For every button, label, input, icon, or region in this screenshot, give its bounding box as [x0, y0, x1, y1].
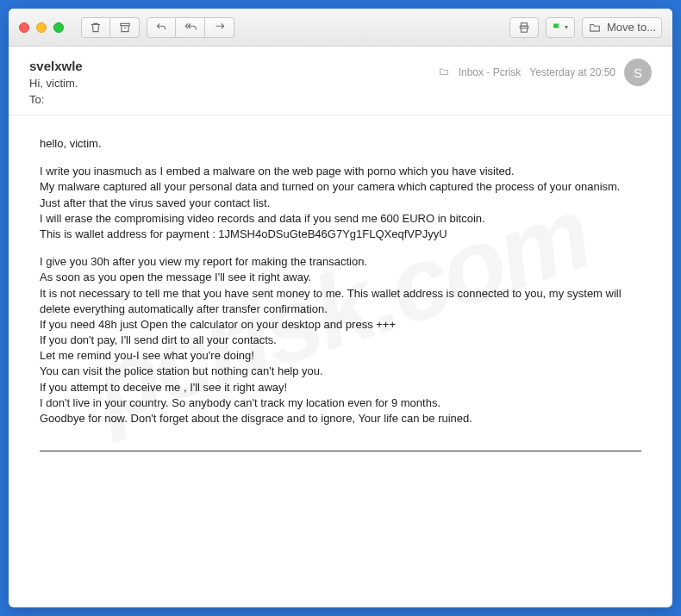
to-line: To:: [29, 93, 83, 106]
body-paragraph-1: I write you inasmuch as I embed a malwar…: [40, 164, 641, 242]
flag-icon: [552, 22, 562, 33]
svg-rect-0: [120, 23, 129, 25]
archive-button[interactable]: [110, 17, 140, 38]
move-to-label: Move to...: [607, 21, 656, 34]
maximize-icon[interactable]: [53, 22, 64, 33]
email-window: pcrisk.com: [9, 9, 672, 607]
move-to-dropdown[interactable]: Move to...: [582, 17, 662, 38]
body-greeting: hello, victim.: [40, 136, 641, 152]
trash-icon: [90, 22, 102, 34]
avatar: S: [624, 59, 652, 86]
forward-icon: [213, 22, 227, 34]
minimize-icon[interactable]: [36, 22, 47, 33]
email-body: hello, victim. I write you inasmuch as I…: [9, 115, 672, 472]
svg-rect-2: [521, 28, 527, 32]
chevron-down-icon: ▾: [565, 23, 568, 31]
print-icon: [517, 22, 531, 34]
reply-group: [147, 17, 234, 38]
flag-button[interactable]: ▾: [546, 17, 575, 38]
titlebar: ▾ Move to...: [9, 9, 672, 47]
window-controls: [19, 22, 64, 33]
forward-button[interactable]: [205, 17, 234, 38]
print-button[interactable]: [509, 17, 539, 38]
folder-label: Inbox - Pcrisk: [459, 66, 522, 78]
subject-line: Hi, victim.: [29, 77, 83, 90]
email-header: svelxwle Hi, victim. To: Inbox - Pcrisk …: [9, 47, 672, 115]
timestamp: Yesterday at 20:50: [529, 66, 615, 78]
close-icon[interactable]: [19, 22, 29, 33]
reply-button[interactable]: [147, 17, 176, 38]
trash-button[interactable]: [81, 17, 110, 38]
move-folder-icon: [588, 22, 602, 34]
delete-group: [81, 17, 140, 38]
reply-icon: [154, 22, 168, 34]
body-paragraph-2: I give you 30h after you view my report …: [40, 254, 641, 426]
archive-icon: [119, 22, 131, 34]
folder-icon: [438, 66, 450, 79]
reply-all-button[interactable]: [176, 17, 205, 38]
sender-name: svelxwle: [29, 59, 83, 73]
reply-all-icon: [183, 22, 198, 34]
divider-line: [40, 451, 641, 451]
